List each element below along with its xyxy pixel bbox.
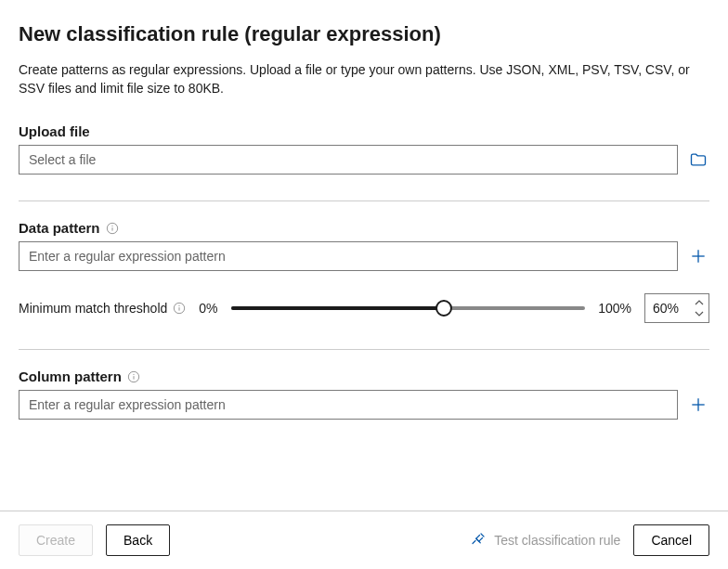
create-button: Create: [19, 524, 93, 556]
svg-point-10: [133, 374, 134, 375]
threshold-spinbox[interactable]: 60%: [644, 293, 709, 323]
chevron-up-icon[interactable]: [695, 297, 704, 308]
threshold-label: Minimum match threshold: [19, 301, 186, 316]
test-classification-label: Test classification rule: [494, 533, 620, 548]
footer: Create Back Test classification rule Can…: [0, 511, 728, 569]
threshold-slider[interactable]: [231, 299, 586, 317]
threshold-min-label: 0%: [199, 301, 217, 316]
back-button[interactable]: Back: [106, 524, 170, 556]
info-icon[interactable]: [173, 302, 186, 315]
threshold-value: 60%: [645, 294, 690, 322]
info-icon[interactable]: [127, 370, 140, 383]
threshold-max-label: 100%: [598, 301, 631, 316]
page-description: Create patterns as regular expressions. …: [19, 61, 709, 97]
column-pattern-label-text: Column pattern: [19, 369, 122, 384]
svg-point-2: [111, 226, 112, 226]
svg-point-7: [179, 305, 180, 306]
data-pattern-label: Data pattern: [19, 220, 709, 236]
divider: [19, 200, 709, 201]
cancel-button[interactable]: Cancel: [633, 524, 709, 556]
column-pattern-label: Column pattern: [19, 369, 709, 384]
upload-file-input[interactable]: [19, 145, 678, 175]
page-title: New classification rule (regular express…: [19, 22, 709, 46]
data-pattern-input[interactable]: [19, 241, 678, 271]
divider: [19, 349, 709, 350]
upload-file-label-text: Upload file: [19, 123, 90, 139]
chevron-down-icon[interactable]: [695, 308, 704, 319]
column-pattern-input[interactable]: [19, 390, 678, 420]
test-classification-link[interactable]: Test classification rule: [470, 531, 620, 550]
plus-icon[interactable]: [687, 394, 709, 416]
plus-icon[interactable]: [687, 245, 709, 267]
upload-file-label: Upload file: [19, 123, 709, 139]
plug-icon: [470, 531, 487, 550]
folder-icon[interactable]: [687, 149, 709, 171]
data-pattern-label-text: Data pattern: [19, 220, 100, 236]
info-icon[interactable]: [106, 222, 119, 235]
threshold-label-text: Minimum match threshold: [19, 301, 167, 316]
